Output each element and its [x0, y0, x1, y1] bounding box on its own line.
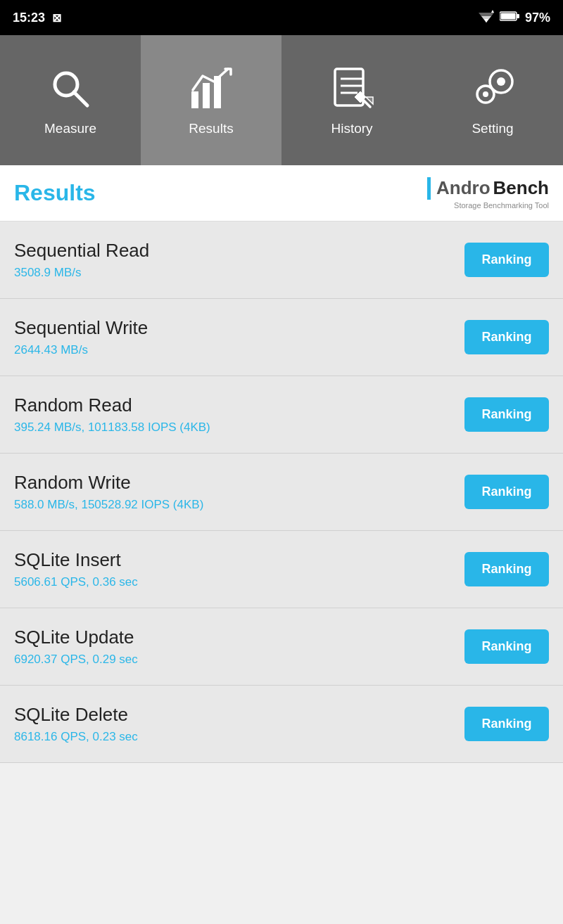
- ranking-button-sqlite-insert[interactable]: Ranking: [464, 552, 549, 586]
- result-name: SQLite Update: [14, 627, 464, 648]
- result-item-random-read: Random Read 395.24 MB/s, 101183.58 IOPS …: [0, 376, 563, 454]
- result-item-sqlite-delete: SQLite Delete 8618.16 QPS, 0.23 sec Rank…: [0, 686, 563, 763]
- result-value: 395.24 MB/s, 101183.58 IOPS (4KB): [14, 421, 464, 435]
- result-value: 3508.9 MB/s: [14, 266, 464, 280]
- result-info: SQLite Delete 8618.16 QPS, 0.23 sec: [14, 704, 464, 744]
- time-display: 15:23: [13, 11, 45, 25]
- result-info: Sequential Read 3508.9 MB/s: [14, 240, 464, 280]
- tab-setting-label: Setting: [472, 121, 513, 136]
- tab-history-label: History: [331, 121, 372, 136]
- result-name: SQLite Delete: [14, 704, 464, 726]
- wifi-icon: [479, 10, 494, 25]
- ranking-button-sequential-write[interactable]: Ranking: [464, 320, 549, 354]
- result-name: Random Read: [14, 394, 464, 416]
- nav-tabs: Measure Results: [0, 35, 563, 165]
- result-info: SQLite Insert 5606.61 QPS, 0.36 sec: [14, 549, 464, 589]
- result-item-sequential-read: Sequential Read 3508.9 MB/s Ranking: [0, 222, 563, 299]
- sim-icon: ⊠: [52, 11, 61, 25]
- brand-bench: Bench: [493, 177, 549, 199]
- ranking-button-sqlite-update[interactable]: Ranking: [464, 629, 549, 664]
- page-title: Results: [14, 180, 96, 206]
- tab-measure[interactable]: Measure: [0, 35, 141, 165]
- chart-icon: [187, 65, 235, 113]
- ranking-button-sequential-read[interactable]: Ranking: [464, 243, 549, 277]
- result-value: 588.0 MB/s, 150528.92 IOPS (4KB): [14, 498, 464, 512]
- result-info: SQLite Update 6920.37 QPS, 0.29 sec: [14, 627, 464, 667]
- svg-point-22: [497, 77, 505, 86]
- ranking-button-sqlite-delete[interactable]: Ranking: [464, 707, 549, 741]
- result-item-sequential-write: Sequential Write 2644.43 MB/s Ranking: [0, 299, 563, 376]
- battery-icon: [500, 11, 519, 25]
- result-value: 5606.61 QPS, 0.36 sec: [14, 575, 464, 589]
- document-icon: [328, 65, 376, 113]
- svg-marker-3: [491, 10, 494, 13]
- result-info: Random Read 395.24 MB/s, 101183.58 IOPS …: [14, 394, 464, 435]
- tab-results[interactable]: Results: [141, 35, 282, 165]
- status-right: 97%: [479, 10, 550, 25]
- brand-name: AndroBench: [427, 177, 549, 200]
- tab-setting[interactable]: Setting: [422, 35, 563, 165]
- result-name: Random Write: [14, 472, 464, 494]
- search-icon: [46, 65, 94, 113]
- ranking-button-random-read[interactable]: Ranking: [464, 397, 549, 432]
- battery-percent: 97%: [525, 11, 550, 25]
- brand-bar-decoration: [427, 177, 431, 200]
- result-info: Sequential Write 2644.43 MB/s: [14, 317, 464, 357]
- result-name: SQLite Insert: [14, 549, 464, 571]
- brand-subtitle: Storage Benchmarking Tool: [454, 201, 549, 210]
- gear-icon: [469, 65, 517, 113]
- result-item-random-write: Random Write 588.0 MB/s, 150528.92 IOPS …: [0, 454, 563, 531]
- result-value: 8618.16 QPS, 0.23 sec: [14, 730, 464, 744]
- svg-marker-2: [484, 19, 488, 23]
- svg-rect-9: [191, 91, 198, 108]
- tab-measure-label: Measure: [44, 121, 96, 136]
- tab-history[interactable]: History: [282, 35, 422, 165]
- status-bar: 15:23 ⊠ 97%: [0, 0, 563, 35]
- ranking-button-random-write[interactable]: Ranking: [464, 475, 549, 509]
- svg-rect-10: [203, 83, 210, 108]
- results-header: Results AndroBench Storage Benchmarking …: [0, 165, 563, 222]
- result-name: Sequential Write: [14, 317, 464, 339]
- svg-rect-5: [517, 14, 519, 18]
- results-list: Sequential Read 3508.9 MB/s Ranking Sequ…: [0, 222, 563, 763]
- tab-results-label: Results: [189, 121, 233, 136]
- brand-logo: AndroBench Storage Benchmarking Tool: [427, 177, 549, 210]
- status-left: 15:23 ⊠: [13, 11, 61, 25]
- result-value: 6920.37 QPS, 0.29 sec: [14, 653, 464, 667]
- svg-line-8: [74, 92, 87, 105]
- brand-andro: Andro: [436, 177, 491, 199]
- result-item-sqlite-insert: SQLite Insert 5606.61 QPS, 0.36 sec Rank…: [0, 531, 563, 608]
- result-item-sqlite-update: SQLite Update 6920.37 QPS, 0.29 sec Rank…: [0, 608, 563, 686]
- result-info: Random Write 588.0 MB/s, 150528.92 IOPS …: [14, 472, 464, 512]
- svg-point-20: [483, 91, 488, 97]
- svg-rect-6: [500, 13, 515, 20]
- result-value: 2644.43 MB/s: [14, 343, 464, 357]
- result-name: Sequential Read: [14, 240, 464, 262]
